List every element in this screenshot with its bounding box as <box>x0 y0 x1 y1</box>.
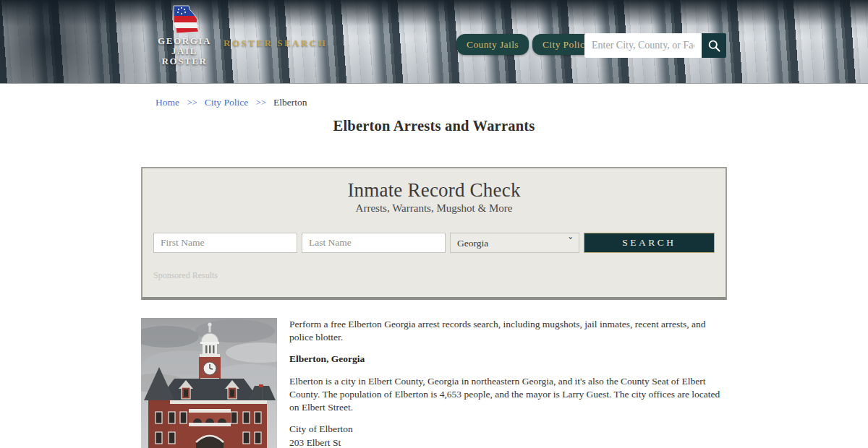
site-header: GEORGIA JAIL ROSTER ROSTER SEARCH County… <box>0 0 868 84</box>
breadcrumb-home-link[interactable]: Home <box>156 97 179 108</box>
search-button[interactable]: SEARCH <box>584 233 715 253</box>
main-content: Perform a free Elberton Georgia arrest r… <box>141 318 727 448</box>
breadcrumb-separator: >> <box>187 98 197 108</box>
search-form: Georgia ˅ SEARCH <box>153 233 715 253</box>
nav-county-jails-button[interactable]: County Jails <box>456 34 529 55</box>
breadcrumb-separator: >> <box>256 98 266 108</box>
description-paragraph: Elberton is a city in Elbert County, Geo… <box>289 375 727 415</box>
city-heading: Elberton, Georgia <box>289 353 727 366</box>
search-icon <box>707 39 721 53</box>
city-address: City of Elberton 203 Elbert St Elberton,… <box>289 423 727 448</box>
elberton-courthouse-photo <box>141 318 277 448</box>
roster-search-label: ROSTER SEARCH <box>224 38 327 49</box>
logo-text-line1: GEORGIA <box>151 36 218 46</box>
first-name-input[interactable] <box>153 233 297 253</box>
panel-heading: Inmate Record Check <box>142 179 726 202</box>
address-line: 203 Elbert St <box>289 436 727 448</box>
breadcrumb-city-police-link[interactable]: City Police <box>205 97 248 108</box>
header-search <box>584 33 726 58</box>
inmate-record-check-panel: Inmate Record Check Arrests, Warrants, M… <box>141 167 727 300</box>
georgia-flag-state-icon <box>168 4 201 35</box>
intro-paragraph: Perform a free Elberton Georgia arrest r… <box>289 318 727 344</box>
site-logo[interactable]: GEORGIA JAIL ROSTER <box>151 4 218 66</box>
panel-subheading: Arrests, Warrants, Mugshot & More <box>142 202 726 215</box>
facility-search-input[interactable] <box>584 33 702 58</box>
breadcrumb: Home >> City Police >> Elberton <box>141 84 727 108</box>
breadcrumb-current-page: Elberton <box>273 97 307 108</box>
sponsored-results-label: Sponsored Results <box>153 270 726 281</box>
address-line: City of Elberton <box>289 423 727 436</box>
logo-text-line2: JAIL ROSTER <box>151 46 218 66</box>
state-select[interactable]: Georgia <box>450 233 579 253</box>
state-select-wrap: Georgia ˅ <box>450 233 579 253</box>
article-text: Perform a free Elberton Georgia arrest r… <box>289 318 727 448</box>
header-nav: County Jails City Police <box>456 34 600 55</box>
last-name-input[interactable] <box>302 233 446 253</box>
facility-search-button[interactable] <box>702 33 726 58</box>
page-title: Elberton Arrests and Warrants <box>141 118 727 134</box>
